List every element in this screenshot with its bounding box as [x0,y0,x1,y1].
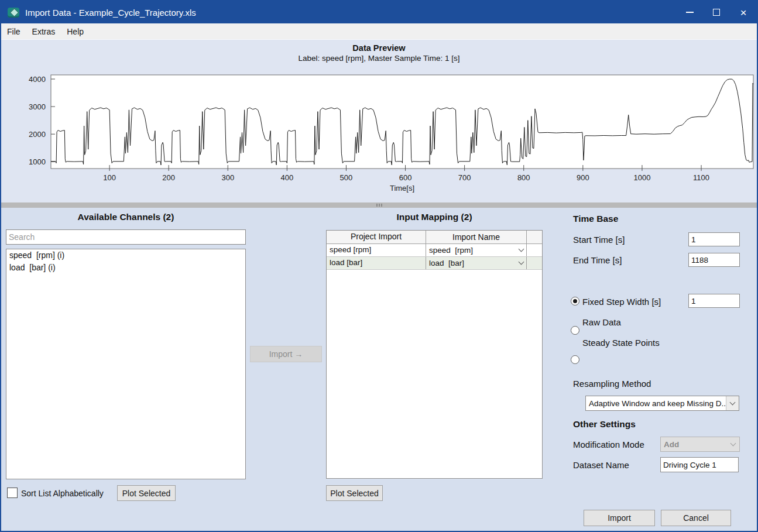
x-tick-label: 700 [458,173,471,182]
horizontal-splitter[interactable] [1,202,757,208]
mapping-row[interactable]: load [bar] load [bar] [327,257,542,270]
project-import-cell: load [bar] [327,257,426,269]
x-tick-label: 400 [281,173,294,182]
column-header-project-import[interactable]: Project Import [327,231,426,243]
maximize-button[interactable] [703,1,730,23]
y-tick-label: 3000 [29,102,46,111]
plot-selected-mapping-button[interactable]: Plot Selected [326,485,383,501]
dropdown-button [726,396,739,410]
import-name-value: load [bar] [429,259,464,267]
dropdown-button [726,437,739,451]
dataset-name-input[interactable] [660,457,739,472]
minimize-icon [686,12,694,13]
x-tick-label: 900 [577,173,589,182]
chevron-down-icon [519,246,524,252]
chevron-down-icon [730,440,736,446]
channel-list-item[interactable]: speed [rpm] (i) [6,249,245,262]
modification-mode-value: Add [661,440,726,449]
close-icon: × [740,7,746,18]
sort-alphabetically-checkbox[interactable] [7,488,18,498]
data-preview-section: Data Preview Label: speed [rpm], Master … [1,40,757,202]
channel-list-item[interactable]: load [bar] (i) [6,262,245,274]
search-input[interactable] [6,229,246,245]
time-base-title: Time Base [573,214,618,224]
import-arrow-button[interactable]: Import → [250,346,322,362]
y-tick-label: 4000 [29,75,46,84]
steady-state-points-radio[interactable] [571,355,579,364]
column-header-import-name[interactable]: Import Name [426,231,527,243]
resampling-method-value: Adaptive Window and keep Missing D... [586,399,726,408]
x-tick-label: 600 [399,173,412,182]
fixed-step-width-radio[interactable] [571,297,579,306]
menu-extras[interactable]: Extras [26,23,61,39]
menu-help[interactable]: Help [61,23,90,39]
titlebar: Import Data - Example_Cycle_Trajectory.x… [1,1,757,23]
x-axis-label: Time[s] [390,184,414,193]
x-tick-label: 300 [221,173,234,182]
other-settings-title: Other Settings [573,419,636,430]
input-mapping-title: Input Mapping (2) [326,212,543,222]
channel-listbox: speed [rpm] (i) load [bar] (i) [6,249,246,479]
plot-selected-channels-button[interactable]: Plot Selected [117,485,176,501]
raw-data-label: Raw Data [582,317,621,327]
app-icon [8,8,19,18]
x-tick-label: 500 [340,173,353,182]
mapping-header-row: Project Import Import Name [327,231,542,244]
end-time-label: End Time [s] [573,255,622,265]
raw-data-radio[interactable] [571,326,579,335]
menubar: File Extras Help [1,23,757,40]
close-button[interactable]: × [730,1,757,23]
modification-mode-label: Modification Mode [573,440,644,449]
x-tick-label: 100 [103,173,116,182]
x-tick-label: 1100 [693,173,709,182]
cancel-button[interactable]: Cancel [661,510,731,526]
import-name-value: speed [rpm] [429,246,473,255]
input-mapping-table: Project Import Import Name speed [rpm] s… [326,230,543,479]
window-controls: × [676,1,757,23]
import-name-dropdown[interactable]: speed [rpm] [426,244,527,256]
menu-file[interactable]: File [1,23,26,39]
modification-mode-dropdown[interactable]: Add [660,437,740,452]
preview-chart: 1002003004005006007008009001000110010002… [1,40,758,202]
steady-state-points-label: Steady State Points [582,338,660,348]
window-title: Import Data - Example_Cycle_Trajectory.x… [25,8,196,18]
chevron-down-icon [730,399,736,405]
minimize-button[interactable] [676,1,703,23]
resampling-method-label: Resampling Method [573,379,651,389]
maximize-icon [713,9,720,16]
chevron-down-icon [519,259,524,265]
end-time-input[interactable] [688,253,740,267]
fixed-step-width-label: Fixed Step Width [s] [582,297,661,307]
sort-alphabetically-label: Sort List Alphabetically [21,489,104,498]
resampling-method-dropdown[interactable]: Adaptive Window and keep Missing D... [585,396,739,411]
fixed-step-width-input[interactable] [688,294,740,308]
column-header-spacer [527,231,542,243]
y-tick-label: 2000 [29,130,46,139]
mapping-row[interactable]: speed [rpm] speed [rpm] [327,244,542,257]
plot-area [51,75,753,169]
available-channels-title: Available Channels (2) [6,212,246,222]
x-tick-label: 800 [517,173,530,182]
project-import-cell: speed [rpm] [327,244,426,256]
start-time-label: Start Time [s] [573,235,625,245]
x-tick-label: 200 [162,173,175,182]
dataset-name-label: Dataset Name [573,460,629,470]
import-name-dropdown[interactable]: load [bar] [426,257,527,269]
start-time-input[interactable] [688,232,740,246]
import-data-window: Import Data - Example_Cycle_Trajectory.x… [0,0,758,532]
y-tick-label: 1000 [29,157,46,166]
x-tick-label: 1000 [633,173,650,182]
import-button[interactable]: Import [584,510,655,526]
